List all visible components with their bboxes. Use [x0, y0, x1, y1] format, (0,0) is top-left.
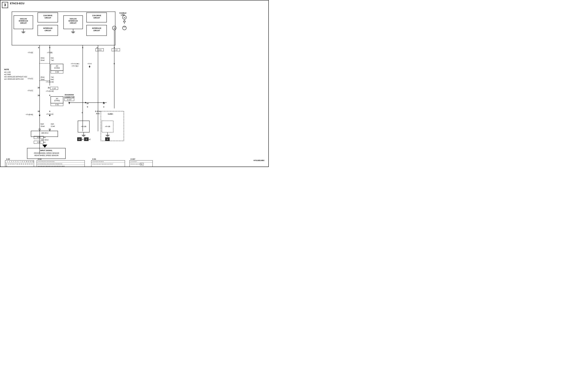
- svg-text:9: 9: [24, 161, 25, 162]
- svg-text:15★4: 15★4: [41, 125, 44, 127]
- svg-marker-119: [49, 129, 50, 131]
- svg-text:DIAGNOSIS: DIAGNOSIS: [65, 94, 74, 96]
- svg-text:18: 18: [16, 163, 18, 165]
- svg-text:5: 5: [82, 47, 83, 49]
- svg-text:33 34 35 36 37 38 39 40 41 42 : 33 34 35 36 37 38 39 40 41 42 43 44 45 4…: [38, 166, 64, 167]
- svg-text:1: 1: [7, 161, 8, 162]
- svg-text:2 4 6 7 8 9 10 11 12 13 14 15 : 2 4 6 7 8 9 10 11 12 13 14 15 16: [38, 161, 54, 162]
- svg-text:<T>(Y): <T>(Y): [28, 90, 33, 91]
- svg-text:15: 15: [10, 163, 12, 165]
- svg-text:33: 33: [124, 17, 125, 19]
- svg-text:<T>(0): <T>(0): [28, 52, 33, 54]
- svg-text:A-03: A-03: [38, 158, 41, 160]
- svg-text:16: 16: [12, 163, 14, 165]
- svg-text:19: 19: [38, 110, 40, 112]
- svg-text:FUSIBLE: FUSIBLE: [119, 12, 127, 14]
- svg-text:C-301: C-301: [98, 49, 102, 51]
- svg-text:5: 5: [49, 94, 50, 96]
- svg-rect-112: [101, 111, 124, 141]
- svg-text:8: 8: [114, 47, 115, 49]
- svg-text:12: 12: [141, 164, 143, 165]
- svg-text:INTERFACE: INTERFACE: [69, 20, 78, 22]
- svg-text:CONNECTOR: CONNECTOR: [64, 96, 74, 98]
- svg-text:ABS-ECU: ABS-ECU: [41, 132, 49, 134]
- svg-text:7★1: 7★1: [51, 76, 54, 78]
- svg-text:20★2: 20★2: [41, 59, 44, 61]
- svg-text:3: 3: [11, 161, 12, 162]
- svg-marker-118: [39, 129, 40, 131]
- svg-text:ASC-ECU: ASC-ECU: [41, 139, 48, 141]
- svg-marker-24: [123, 20, 126, 22]
- svg-text:C-317: C-317: [131, 158, 135, 160]
- svg-text:6★1: 6★1: [51, 57, 54, 59]
- svg-text:17: 17: [14, 163, 16, 165]
- svg-text:CIRCUIT: CIRCUIT: [93, 29, 100, 31]
- svg-text:4: 4: [14, 161, 14, 162]
- svg-text:21: 21: [48, 87, 50, 89]
- svg-text:7: 7: [20, 161, 21, 162]
- svg-text:25: 25: [31, 163, 33, 165]
- svg-text:H7G15E10BC: H7G15E10BC: [254, 160, 265, 161]
- svg-text:16: 16: [38, 94, 40, 96]
- svg-text:CAN DRIVE: CAN DRIVE: [43, 14, 52, 16]
- svg-text:<T>Y★2: <T>Y★2: [72, 65, 78, 67]
- svg-text:A-02: A-02: [37, 136, 40, 138]
- svg-text:★2: RHD: ★2: RHD: [4, 73, 11, 75]
- svg-text:NOTE: NOTE: [4, 69, 9, 70]
- svg-text:<F>2B: <F>2B: [105, 126, 110, 127]
- svg-text:24: 24: [29, 163, 31, 165]
- svg-text:<LHD>: <LHD>: [107, 113, 113, 115]
- svg-text:R: R: [114, 63, 115, 65]
- svg-text:C-01: C-01: [55, 104, 59, 105]
- svg-text:23: 23: [27, 163, 28, 165]
- svg-text:1 2 3 4 5  6 7 8 9 10 11: 1 2 3 4 5 6 7 8 9 10 11: [92, 161, 104, 162]
- svg-text:6★3: 6★3: [41, 123, 44, 125]
- wiring-diagram: ANALOG INTERFACE CIRCUIT CAN DRIVE CIRCU…: [0, 0, 268, 167]
- svg-text:4: 4: [97, 47, 98, 49]
- svg-text:10A: 10A: [123, 26, 126, 28]
- svg-text:<F>2B: <F>2B: [81, 126, 86, 127]
- svg-text:C-04: C-04: [55, 71, 59, 73]
- svg-text:14: 14: [8, 163, 10, 165]
- svg-text:<T>(Y): <T>(Y): [28, 78, 33, 80]
- svg-text:19: 19: [19, 163, 20, 165]
- svg-text:17: 17: [78, 138, 80, 140]
- svg-text:ANALOG: ANALOG: [70, 18, 77, 20]
- svg-text:8: 8: [22, 161, 23, 162]
- svg-text:INTERFACE: INTERFACE: [43, 27, 52, 29]
- svg-text:20: 20: [38, 87, 40, 89]
- svg-text:<T>(G-W): <T>(G-W): [46, 90, 54, 92]
- svg-text:6: 6: [49, 110, 50, 112]
- svg-text:12 13 14 15 16 17 18 19 20 21 : 12 13 14 15 16 17 18 19 20 21 22 23 24: [92, 163, 113, 165]
- svg-text:<T>V: <T>V: [88, 63, 92, 65]
- svg-text:8: 8: [38, 47, 39, 49]
- svg-text:★3: ★3: [43, 137, 46, 138]
- svg-text:7★2: 7★2: [51, 59, 54, 61]
- svg-text:C-37: C-37: [52, 87, 56, 89]
- svg-text:INTERFACE: INTERFACE: [19, 20, 28, 22]
- svg-marker-99: [85, 102, 87, 103]
- svg-text:INTERFACE: INTERFACE: [92, 27, 101, 29]
- svg-text:<T>(B): <T>(B): [47, 52, 52, 54]
- svg-text:22: 22: [25, 163, 27, 165]
- svg-text:10: 10: [26, 161, 28, 162]
- svg-text:J/C: J/C: [56, 65, 58, 67]
- svg-text:·REAR WHEEL SPEED SENSOR: ·REAR WHEEL SPEED SENSOR: [34, 154, 58, 156]
- svg-text:4: 4: [103, 106, 104, 108]
- svg-text:·FRONT WHEEL SPEED SENSOR: ·FRONT WHEEL SPEED SENSOR: [34, 152, 59, 154]
- svg-text:6: 6: [18, 161, 18, 162]
- svg-text:<T>(R-B): <T>(R-B): [26, 114, 33, 116]
- svg-text:8 17 18 19 20 21 22 23 24 25 2: 8 17 18 19 20 21 22 23 24 25 26 27 28 29…: [38, 163, 62, 164]
- svg-text:2: 2: [107, 138, 108, 140]
- svg-text:11: 11: [28, 161, 29, 162]
- svg-text:CAN DRIVE: CAN DRIVE: [92, 14, 101, 16]
- svg-text:18: 18: [6, 163, 7, 165]
- svg-text:CIRCUIT: CIRCUIT: [70, 22, 77, 24]
- svg-text:B: B: [82, 112, 83, 114]
- svg-text:5: 5: [114, 27, 115, 29]
- svg-text:A-03: A-03: [37, 141, 40, 143]
- svg-text:5: 5: [87, 106, 88, 108]
- analog-interface-1: ANALOG: [20, 18, 27, 20]
- svg-text:A-02: A-02: [6, 158, 10, 160]
- svg-text:(CAN3): (CAN3): [54, 100, 60, 102]
